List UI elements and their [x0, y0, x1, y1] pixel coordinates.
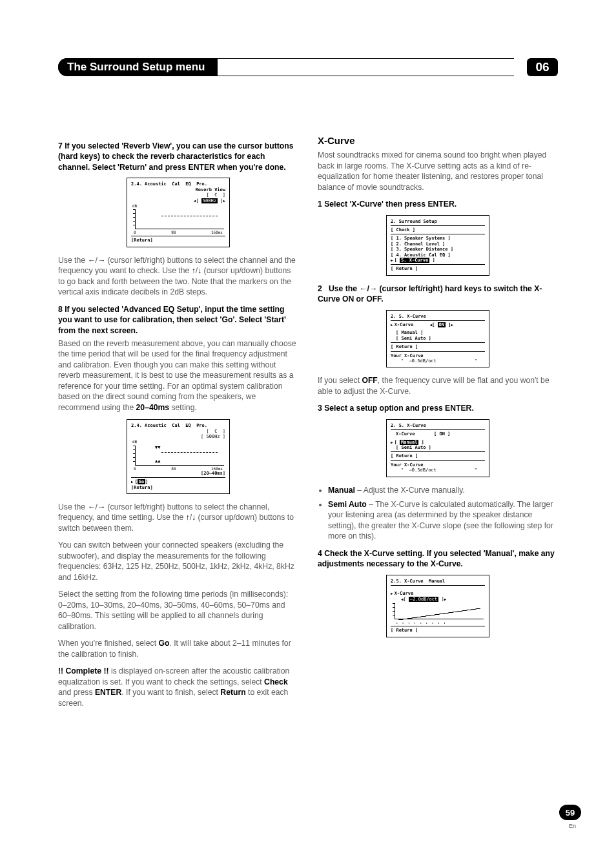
osd6-xcurve-row: X-Curve: [391, 591, 485, 596]
osd1-ax80: 80: [171, 230, 176, 234]
osd-advanced-eq-setup: 2.4. Acoustic Cal EQ Pro. [ C ] [ 500Hz …: [127, 419, 230, 494]
osd1-db-label: dB: [131, 203, 225, 208]
osd2-ax0: 0: [134, 466, 136, 471]
osd2-graph: ▼▼ ▲▲: [135, 446, 224, 466]
step-r4-heading: 4 Check the X-Curve setting. If you sele…: [318, 548, 558, 570]
osd3-check: [ Check ]: [391, 227, 485, 232]
arrow-up-icon: ↑: [192, 266, 196, 275]
osd-surround-setup-menu: 2. Surround Setup [ Check ] [ 1. Speaker…: [386, 215, 489, 276]
osd3-item5: [ 5. X-Curve ]: [391, 258, 485, 263]
osd2-channel: [ C ]: [131, 429, 225, 434]
arrow-left-icon: ←: [87, 256, 95, 265]
right-column: X-Curve Most soundtracks mixed for cinem…: [318, 134, 558, 715]
option-bullets: Manual – Adjust the X-Curve manually. Se…: [328, 485, 558, 542]
osd4-your: Your X-Curve: [391, 353, 485, 358]
left-p6: When you're finished, select Go. It will…: [58, 638, 298, 659]
osd5-return: [ Return ]: [391, 453, 485, 459]
xcurve-off-note: If you select OFF, the frequency curve w…: [318, 375, 558, 397]
osd2-go: [Go]: [131, 479, 225, 484]
osd2-return: [Return]: [131, 485, 225, 490]
left-p7: !! Complete !! is displayed on-screen af…: [58, 666, 298, 708]
arrow-right-icon: →: [369, 284, 377, 293]
osd2-time: [20–40ms]: [131, 471, 225, 476]
step-r1-heading: 1 Select 'X-Curve' then press ENTER.: [318, 199, 558, 209]
arrow-up-icon: ↑: [186, 513, 190, 522]
osd-xcurve-manual: 2.5. X-Curve Manual X-Curve [ –2.0dB/oct…: [386, 575, 489, 637]
left-p4: You can switch between your connected sp…: [58, 540, 298, 583]
step-r3-heading: 3 Select a setup option and press ENTER.: [318, 403, 558, 413]
page-number-badge: 59: [559, 805, 581, 820]
content-columns: 7 If you selected 'Reverb View', you can…: [58, 134, 558, 715]
left-p2: Based on the reverb measurement above, y…: [58, 338, 298, 413]
osd3-title: 2. Surround Setup: [391, 219, 485, 224]
chapter-header: The Surround Setup menu 06: [58, 58, 558, 76]
osd3-item3: [ 3. Speaker Distance ]: [391, 247, 485, 252]
osd4-return: [ Return ]: [391, 344, 485, 349]
arrow-down-icon: ↓: [192, 513, 196, 522]
osd4-manual: [ Manual ]: [391, 330, 485, 335]
left-p3: Use the ←/→ (cursor left/right) buttons …: [58, 502, 298, 533]
bullet-manual: Manual – Adjust the X-Curve manually.: [328, 485, 558, 495]
osd-xcurve-manual-select: 2. 5. X-Curve X-Curve [ ON ] [ Manual ] …: [386, 419, 489, 477]
osd1-xaxis: 0 80 160ms: [131, 230, 225, 234]
osd6-return: [ Return ]: [391, 628, 485, 633]
osd4-title: 2. 5. X-Curve: [391, 314, 485, 319]
osd5-title: 2. 5. X-Curve: [391, 423, 485, 428]
osd5-xcurve-row: X-Curve [ ON ]: [391, 431, 485, 437]
osd2-title: 2.4. Acoustic Cal EQ Pro.: [131, 423, 225, 428]
step-8-heading: 8 If you selected 'Advanced EQ Setup', i…: [58, 304, 298, 336]
osd3-item2: [ 2. Channel Level ]: [391, 242, 485, 247]
chapter-number-badge: 06: [527, 58, 558, 76]
osd2-ax80: 80: [171, 466, 176, 471]
osd6-freq-scale: : : : : : : : : :: [391, 620, 485, 624]
chapter-title: The Surround Setup menu: [58, 58, 218, 76]
step-r2-heading: 2 Use the ←/→ (cursor left/right) hard k…: [318, 284, 558, 305]
marker-down-icon: ▼▼: [155, 445, 160, 450]
osd3-item1: [ 1. Speaker Systems ]: [391, 236, 485, 241]
osd2-xaxis: 0 80 160ms: [131, 466, 225, 471]
osd5-your: Your X-Curve: [391, 462, 485, 468]
osd5-semi: [ Semi Auto ]: [391, 445, 485, 450]
left-p5: Select the setting from the following ti…: [58, 589, 298, 632]
osd1-graph: [135, 209, 224, 229]
osd5-val: " –0.5dB/oct ": [391, 468, 485, 473]
osd2-db-label: dB: [131, 439, 225, 444]
page: The Surround Setup menu 06 7 If you sele…: [0, 0, 616, 846]
left-p1: Use the ←/→ (cursor left/right) buttons …: [58, 255, 298, 298]
osd2-freq: [ 500Hz ]: [131, 434, 225, 439]
osd2-ax160: 160ms: [211, 466, 223, 471]
osd-xcurve-on: 2. 5. X-Curve X-Curve [ ON ] [ Manual ] …: [386, 310, 489, 368]
osd3-return: [ Return ]: [391, 266, 485, 271]
osd4-xcurve-row: X-Curve [ ON ]: [391, 322, 485, 327]
xcurve-heading: X-Curve: [318, 134, 558, 147]
marker-up-icon: ▲▲: [155, 459, 160, 464]
arrow-left-icon: ←: [87, 502, 95, 511]
bullet-semi-auto: Semi Auto – The X-Curve is calculated au…: [328, 499, 558, 542]
osd-reverb-view: 2.4. Acoustic Cal EQ Pro. Reverb View [ …: [127, 178, 230, 247]
osd6-title: 2.5. X-Curve Manual: [391, 579, 485, 584]
osd5-manual: [ Manual ]: [391, 440, 485, 445]
chapter-title-wrap: The Surround Setup menu: [58, 58, 514, 76]
osd6-val: [ –2.0dB/oct ]: [391, 597, 485, 602]
osd4-semi: [ Semi Auto ]: [391, 336, 485, 341]
osd1-return: [Return]: [131, 238, 225, 243]
arrow-left-icon: ←: [359, 284, 367, 293]
osd1-sub: Reverb View: [131, 187, 225, 192]
left-column: 7 If you selected 'Reverb View', you can…: [58, 134, 298, 715]
osd1-ax160: 160ms: [211, 230, 223, 234]
osd6-graph: [395, 603, 484, 619]
arrow-down-icon: ↓: [198, 266, 201, 275]
xcurve-intro: Most soundtracks mixed for cinema sound …: [318, 150, 558, 192]
osd1-title: 2.4. Acoustic Cal EQ Pro.: [131, 181, 225, 187]
osd1-channel: [ C ]: [131, 192, 225, 198]
arrow-right-icon: →: [98, 502, 105, 511]
arrow-right-icon: →: [98, 256, 105, 265]
page-language: En: [569, 823, 576, 829]
osd1-freq: [ 500Hz ]: [131, 198, 225, 203]
step-7-heading: 7 If you selected 'Reverb View', you can…: [58, 141, 298, 172]
osd4-val: " –0.5dB/oct ": [391, 358, 485, 364]
osd1-ax0: 0: [134, 230, 136, 234]
osd3-item4: [ 4. Acoustic Cal EQ ]: [391, 253, 485, 258]
